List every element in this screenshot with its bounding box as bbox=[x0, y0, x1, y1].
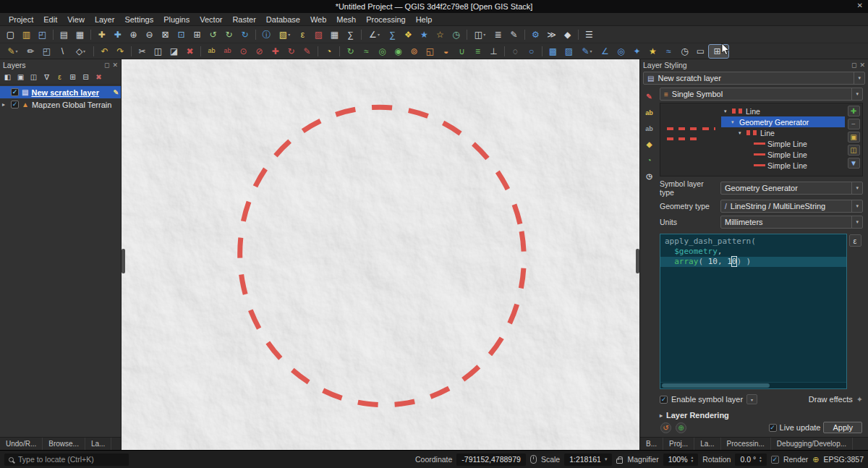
python-console-icon[interactable]: ≫ bbox=[544, 28, 559, 41]
expression-builder-button[interactable]: ε bbox=[849, 234, 861, 247]
add-ring-icon[interactable]: ◎ bbox=[375, 45, 390, 58]
favorites-icon[interactable]: ★ bbox=[645, 45, 660, 58]
annotation-toolbar-icon[interactable]: ✎▾ bbox=[577, 45, 597, 58]
menu-raster[interactable]: Raster bbox=[227, 14, 260, 25]
menu-help[interactable]: Help bbox=[411, 14, 438, 25]
units-select[interactable]: Millimeters▾ bbox=[720, 216, 863, 229]
label-rotate-icon[interactable]: ↻ bbox=[284, 45, 299, 58]
remove-symbol-layer-button[interactable]: − bbox=[848, 119, 860, 129]
dock-close-icon[interactable]: ✕ bbox=[859, 61, 865, 69]
tab-la[interactable]: La... bbox=[694, 438, 720, 450]
select-by-location-icon[interactable]: ▩ bbox=[545, 45, 561, 58]
layer-item[interactable]: ▸▲Mapzen Global Terrain bbox=[0, 98, 121, 111]
labels-tab[interactable]: ab bbox=[643, 107, 656, 118]
rotation-input[interactable]: 0.0 ° ▴▾ bbox=[735, 454, 766, 466]
dock-float-icon[interactable]: ◻ bbox=[851, 61, 856, 69]
apply-button[interactable]: Apply bbox=[823, 422, 862, 433]
symbol-tree-item[interactable]: Simple Line bbox=[721, 138, 845, 149]
symbology-tab[interactable]: ✎ bbox=[643, 91, 656, 102]
label-move-icon[interactable]: ✚ bbox=[268, 45, 283, 58]
redo-icon[interactable]: ↷ bbox=[113, 45, 128, 58]
new-project-icon[interactable]: ▢ bbox=[3, 28, 18, 41]
data-source-manager-icon[interactable]: ≣ bbox=[490, 28, 506, 41]
enable-symbol-layer-checkbox[interactable] bbox=[660, 396, 668, 404]
render-checkbox[interactable] bbox=[771, 456, 779, 464]
live-update-checkbox[interactable] bbox=[769, 424, 777, 432]
select-features-icon[interactable]: ▧▾ bbox=[275, 28, 294, 41]
menu-mesh[interactable]: Mesh bbox=[331, 14, 361, 25]
expander-icon[interactable]: ▸ bbox=[2, 101, 8, 108]
scrollbar-thumb[interactable] bbox=[662, 383, 770, 388]
tab-la[interactable]: La... bbox=[85, 438, 111, 450]
label-show-hide-icon[interactable]: ⊘ bbox=[252, 45, 267, 58]
move-down-button[interactable]: ▼ bbox=[848, 158, 860, 169]
vertex-tool-icon[interactable]: ◇▾ bbox=[71, 45, 90, 58]
panel-splitter-handle[interactable] bbox=[636, 249, 639, 273]
layer-rendering-section[interactable]: ▸ Layer Rendering bbox=[660, 411, 863, 420]
expander-icon[interactable]: ▾ bbox=[731, 119, 737, 125]
symbol-tree-item[interactable]: ▾Geometry Generator bbox=[721, 116, 845, 127]
crs-icon[interactable]: ⊕ bbox=[812, 455, 819, 464]
osm-place-search-icon[interactable]: ◌ bbox=[508, 45, 523, 58]
zoom-to-selection-icon[interactable]: ⊡ bbox=[174, 28, 189, 41]
expander-icon[interactable]: ▾ bbox=[739, 130, 744, 136]
data-defined-override-icon[interactable]: ▾ bbox=[746, 394, 757, 404]
zoom-to-layer-icon[interactable]: ⊞ bbox=[190, 28, 205, 41]
merge-features-icon[interactable]: ◒ bbox=[438, 45, 454, 58]
diagram-options-icon[interactable]: ◔ bbox=[321, 45, 336, 58]
expand-all-icon[interactable]: ⊞ bbox=[67, 72, 79, 82]
editor-horizontal-scrollbar[interactable] bbox=[660, 382, 846, 388]
delete-selected-icon[interactable]: ✖ bbox=[182, 45, 197, 58]
style-history-button[interactable]: ↺ bbox=[660, 422, 671, 433]
symbol-tree-item[interactable]: ▾Line bbox=[721, 127, 845, 138]
zoom-out-icon[interactable]: ⊖ bbox=[142, 28, 157, 41]
diagrams-tab[interactable]: ◔ bbox=[643, 155, 656, 166]
spin-down-icon[interactable]: ▾ bbox=[760, 459, 762, 463]
identify-features-icon[interactable]: ⓘ bbox=[259, 28, 274, 41]
add-style-button[interactable]: ⊕ bbox=[676, 422, 686, 433]
menu-settings[interactable]: Settings bbox=[119, 14, 158, 25]
new-bookmark-icon[interactable]: ★ bbox=[417, 28, 432, 41]
menu-view[interactable]: View bbox=[62, 14, 90, 25]
metasearch-icon[interactable]: ○ bbox=[524, 45, 539, 58]
select-within-distance-icon[interactable]: ▨ bbox=[561, 45, 576, 58]
crs-status[interactable]: EPSG:3857 bbox=[824, 455, 864, 464]
open-project-icon[interactable]: ▥ bbox=[19, 28, 34, 41]
locate-input[interactable]: Type to locate (Ctrl+K) bbox=[4, 454, 129, 466]
tab-undo-r[interactable]: Undo/R... bbox=[0, 438, 43, 450]
trim-extend-icon[interactable]: ⊥ bbox=[486, 45, 501, 58]
profile-tool-icon[interactable]: ≈ bbox=[661, 45, 676, 58]
draw-effects-star-icon[interactable]: ✦ bbox=[856, 395, 863, 404]
menu-processing[interactable]: Processing bbox=[361, 14, 410, 25]
zoom-last-icon[interactable]: ↺ bbox=[205, 28, 221, 41]
add-symbol-layer-button[interactable]: ✚ bbox=[848, 106, 860, 116]
dock-close-icon[interactable]: ✕ bbox=[112, 61, 118, 69]
coordinate-value[interactable]: -791152,4788979 bbox=[456, 454, 526, 466]
history-tab[interactable]: ◷ bbox=[643, 171, 656, 182]
rotate-feature-icon[interactable]: ↻ bbox=[343, 45, 358, 58]
expression-editor[interactable]: apply_dash_pattern( $geometry, array( 10… bbox=[660, 234, 847, 389]
copy-features-icon[interactable]: ◫ bbox=[150, 45, 166, 58]
open-attribute-table-icon[interactable]: ▦ bbox=[327, 28, 342, 41]
pan-map-icon[interactable]: ✚ bbox=[94, 28, 109, 41]
processing-toolbox-icon[interactable]: ⚙ bbox=[528, 28, 543, 41]
geometry-type-select[interactable]: /LineString / MultiLineString▾ bbox=[720, 200, 863, 213]
fill-ring-icon[interactable]: ⊚ bbox=[407, 45, 422, 58]
label-pin-unpin-icon[interactable]: ⊙ bbox=[236, 45, 251, 58]
measure-angle-icon[interactable]: ∠ bbox=[597, 45, 613, 58]
zoom-in-icon[interactable]: ⊕ bbox=[126, 28, 141, 41]
offset-curve-icon[interactable]: ≡ bbox=[470, 45, 485, 58]
pan-to-selection-icon[interactable]: ✚ bbox=[110, 28, 125, 41]
paste-features-icon[interactable]: ◪ bbox=[166, 45, 182, 58]
filter-legend-icon[interactable]: ∇ bbox=[41, 72, 53, 82]
add-group-icon[interactable]: ▣ bbox=[14, 72, 27, 82]
tab-processin[interactable]: Processin... bbox=[721, 438, 771, 450]
toggle-editing-icon[interactable]: ✏ bbox=[23, 45, 38, 58]
layer-item[interactable]: ▤New scratch layer✎ bbox=[0, 86, 121, 98]
new-print-layout-icon[interactable]: ▤ bbox=[56, 28, 72, 41]
menu-vector[interactable]: Vector bbox=[195, 14, 227, 25]
menu-web[interactable]: Web bbox=[305, 14, 331, 25]
layer-visibility-checkbox[interactable] bbox=[11, 88, 19, 96]
remove-layer-icon[interactable]: ✖ bbox=[93, 72, 105, 82]
duplicate-symbol-layer-button[interactable]: ◫ bbox=[848, 145, 860, 156]
